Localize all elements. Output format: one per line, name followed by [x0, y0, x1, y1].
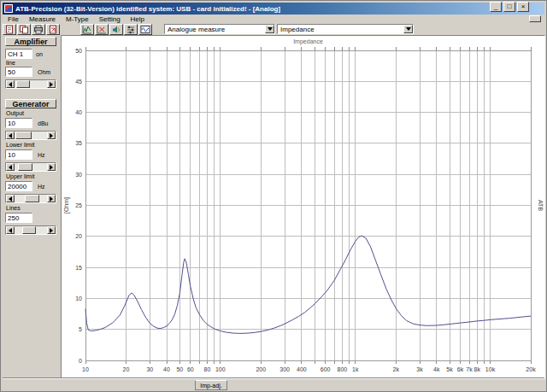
scrollbar-track[interactable]	[15, 195, 47, 202]
scrollbar-thumb[interactable]	[25, 195, 39, 202]
svg-text:40: 40	[75, 109, 82, 115]
measure-toolbar-group	[80, 24, 152, 35]
menu-item-m-type[interactable]: M-Type	[61, 15, 94, 23]
impedance-chart: 0510152025303540455010203040506080100200…	[62, 36, 544, 378]
triangle-right-icon	[50, 133, 53, 138]
triangle-left-icon	[9, 165, 12, 170]
scrollbar-thumb[interactable]	[22, 226, 36, 234]
printer-button[interactable]	[32, 24, 45, 35]
svg-text:45: 45	[75, 79, 82, 85]
mdi-child-button[interactable]	[529, 15, 541, 22]
value-scrollbar[interactable]	[5, 79, 56, 89]
menu-item-help[interactable]: Help	[126, 15, 150, 23]
scroll-right-arrow[interactable]	[47, 80, 56, 88]
menu-item-setting[interactable]: Setting	[94, 15, 126, 23]
svg-text:3k: 3k	[416, 366, 423, 372]
menu-item-measure[interactable]: Measure	[24, 15, 61, 23]
measure-type-combobox[interactable]: Impedance	[277, 24, 414, 34]
sidebar: Amplifier CH 1 on line Ohm Generator Out…	[3, 35, 59, 379]
svg-text:30: 30	[75, 172, 82, 178]
svg-text:5k: 5k	[446, 366, 453, 372]
scroll-right-arrow[interactable]	[47, 226, 56, 234]
svg-text:15: 15	[75, 265, 82, 271]
title-bar: ATB-Precision (32-Bit-Version) identifie…	[3, 3, 544, 15]
new-document-button[interactable]	[3, 24, 16, 35]
value-scrollbar[interactable]	[5, 162, 56, 172]
scrollbar-thumb[interactable]	[15, 132, 32, 139]
field-label: Output	[6, 110, 56, 117]
field-label: Lower limit	[6, 142, 56, 149]
svg-text:Impedance: Impedance	[293, 38, 323, 45]
scroll-right-arrow[interactable]	[47, 132, 56, 139]
chart-panel: 0510152025303540455010203040506080100200…	[61, 35, 545, 379]
lines-input[interactable]	[5, 213, 32, 223]
app-window: { "window": { "title": "ATB-Precision (3…	[0, 0, 547, 392]
measurement-tab[interactable]: Imp-adj.	[195, 380, 227, 390]
scroll-left-arrow[interactable]	[6, 195, 15, 202]
scrollbar-track[interactable]	[15, 132, 47, 139]
value-scrollbar[interactable]	[5, 225, 56, 235]
svg-text:5: 5	[79, 326, 82, 332]
measure-cancel-button[interactable]	[95, 24, 109, 35]
svg-text:35: 35	[75, 140, 82, 146]
file-toolbar-group	[3, 24, 60, 35]
measure-mode-combobox[interactable]: Analogue measure	[164, 24, 275, 34]
scrollbar-thumb[interactable]	[16, 80, 30, 88]
maximize-button[interactable]: □	[503, 2, 515, 12]
minimize-button[interactable]: _	[490, 2, 502, 12]
chevron-down-icon[interactable]	[403, 25, 413, 33]
svg-text:800: 800	[338, 366, 348, 372]
value-scrollbar[interactable]	[5, 131, 56, 140]
svg-text:25: 25	[75, 202, 82, 208]
levels-button[interactable]	[124, 24, 138, 35]
speaker-measure-icon	[111, 25, 121, 34]
impedance-curve	[85, 236, 531, 333]
triangle-right-icon	[50, 165, 53, 170]
printer-icon	[33, 25, 44, 34]
svg-text:100: 100	[215, 366, 226, 372]
svg-text:4k: 4k	[433, 366, 440, 372]
copy-button[interactable]	[17, 24, 31, 35]
field-label: Upper limit	[6, 173, 56, 180]
svg-text:10: 10	[75, 295, 82, 301]
scrollbar-track[interactable]	[15, 226, 47, 234]
value-scrollbar[interactable]	[5, 194, 56, 203]
speaker-measure-button[interactable]	[109, 24, 123, 35]
scope-button[interactable]	[138, 24, 152, 35]
scroll-left-arrow[interactable]	[6, 226, 15, 234]
scrollbar-track[interactable]	[15, 163, 47, 171]
measure-curve-icon	[82, 25, 92, 34]
output-input[interactable]	[5, 118, 32, 128]
scroll-right-arrow[interactable]	[47, 195, 56, 202]
export-button[interactable]	[46, 24, 60, 35]
svg-text:1k: 1k	[352, 366, 359, 372]
scroll-left-arrow[interactable]	[6, 132, 15, 139]
impedance-input[interactable]	[5, 67, 32, 77]
svg-text:ATB: ATB	[538, 200, 544, 211]
generator-panel-header: Generator	[5, 99, 56, 108]
svg-text:10k: 10k	[485, 366, 496, 372]
parameter-field: Lines	[5, 205, 56, 235]
scroll-left-arrow[interactable]	[6, 80, 15, 88]
channel-select[interactable]: CH 1	[5, 49, 32, 59]
scroll-right-arrow[interactable]	[47, 163, 56, 171]
svg-text:0: 0	[79, 358, 82, 364]
svg-text:20: 20	[75, 233, 82, 239]
measure-type-value: Impedance	[278, 26, 403, 33]
measure-curve-button[interactable]	[80, 24, 94, 35]
export-icon	[48, 25, 58, 34]
menu-item-file[interactable]: File	[3, 15, 24, 23]
svg-text:2k: 2k	[392, 366, 399, 372]
upper-limit-input[interactable]	[5, 181, 32, 191]
triangle-left-icon	[9, 228, 12, 233]
scrollbar-track[interactable]	[15, 80, 47, 88]
close-button[interactable]: ×	[517, 2, 529, 12]
scrollbar-thumb[interactable]	[18, 163, 32, 171]
chevron-down-icon[interactable]	[265, 25, 274, 33]
parameter-field: Lower limitHz	[5, 142, 56, 172]
measure-mode-value: Analogue measure	[165, 26, 265, 33]
lower-limit-input[interactable]	[5, 149, 32, 160]
scroll-left-arrow[interactable]	[6, 163, 15, 171]
copy-icon	[19, 25, 29, 34]
triangle-left-icon	[9, 82, 12, 87]
